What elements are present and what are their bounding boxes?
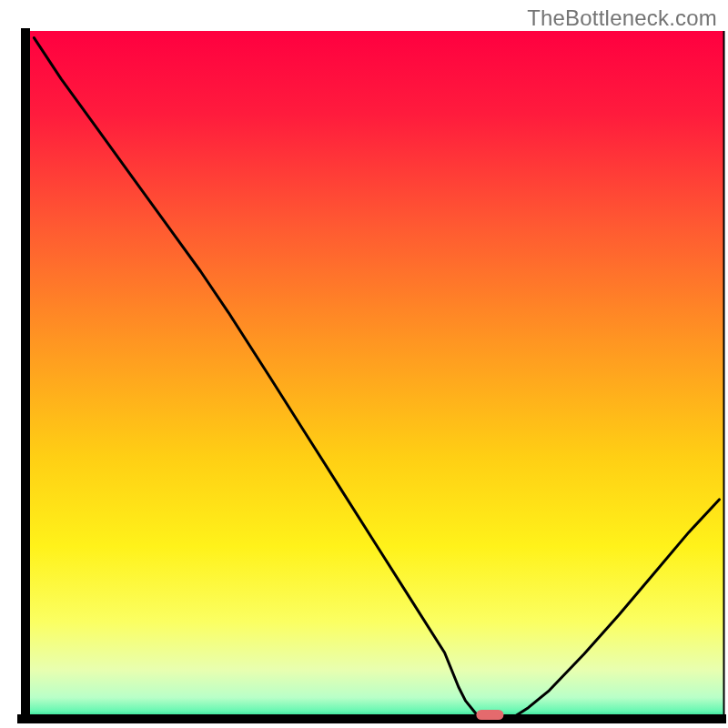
chart-svg (0, 0, 728, 728)
chart-container: TheBottleneck.com (0, 0, 728, 728)
optimal-marker (476, 710, 503, 720)
watermark-text: TheBottleneck.com (527, 5, 717, 31)
